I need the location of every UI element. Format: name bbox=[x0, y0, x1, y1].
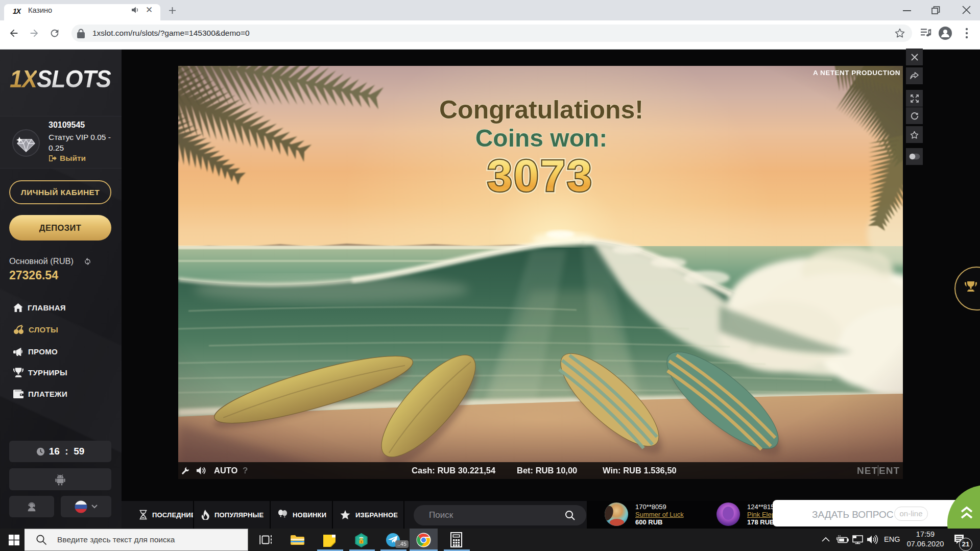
svg-text:3073: 3073 bbox=[487, 150, 593, 201]
svg-text:A NETENT PRODUCTION: A NETENT PRODUCTION bbox=[813, 69, 900, 77]
svg-text:Congratulations!: Congratulations! bbox=[439, 95, 643, 124]
svg-text:Coins won:: Coins won: bbox=[475, 125, 608, 152]
